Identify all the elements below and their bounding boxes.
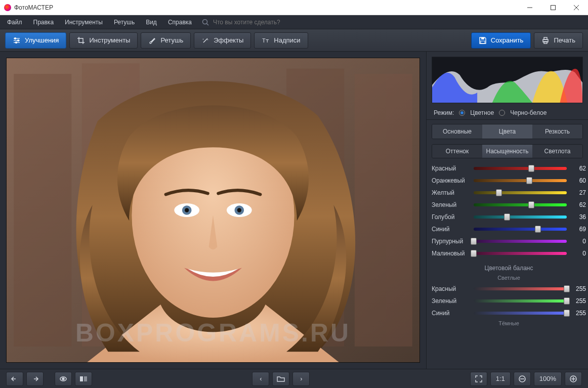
slider-row: Красный 255: [432, 283, 586, 295]
tab-effects[interactable]: Эффекты: [194, 32, 251, 49]
svg-line-5: [206, 23, 208, 25]
svg-point-26: [185, 208, 189, 212]
slider-thumb[interactable]: [564, 297, 570, 305]
tab-colors[interactable]: Цвета: [482, 124, 532, 139]
adjust-tabs: Основные Цвета Резкость: [432, 124, 583, 139]
zoom-out-button[interactable]: [514, 372, 531, 386]
slider-track[interactable]: [474, 287, 567, 290]
subtab-saturation[interactable]: Насыщенность: [482, 145, 532, 158]
slider-row: Желтый 27: [432, 187, 586, 199]
slider-thumb[interactable]: [496, 189, 502, 196]
slider-thumb[interactable]: [528, 165, 534, 172]
slider-thumb[interactable]: [528, 201, 534, 208]
open-folder-button[interactable]: [272, 372, 289, 386]
slider-row: Красный 62: [432, 162, 586, 175]
slider-thumb[interactable]: [471, 238, 477, 245]
fit-screen-button[interactable]: [470, 372, 487, 386]
histogram[interactable]: [432, 57, 583, 103]
slider-track[interactable]: [474, 203, 567, 206]
save-icon: [479, 36, 487, 45]
text-icon: Tᴛ: [262, 36, 270, 45]
slider-value: 27: [571, 189, 586, 196]
svg-rect-32: [80, 376, 83, 381]
image-canvas[interactable]: BOXPROGRAMS.RU: [6, 58, 420, 363]
slider-track[interactable]: [474, 215, 567, 219]
menu-retouch[interactable]: Ретушь: [109, 17, 140, 28]
balance-light-label: Светлые: [432, 274, 586, 283]
radio-bw[interactable]: [499, 110, 505, 116]
svg-text:Tᴛ: Tᴛ: [262, 37, 269, 44]
window-titlebar: ФотоМАСТЕР: [0, 0, 588, 15]
sliders-icon: [13, 36, 21, 45]
compare-button[interactable]: [75, 372, 92, 386]
slider-track[interactable]: [474, 240, 567, 243]
undo-button[interactable]: [6, 372, 23, 386]
slider-track[interactable]: [474, 228, 567, 231]
svg-rect-1: [551, 5, 556, 10]
zoom-level[interactable]: 100%: [534, 372, 562, 386]
tab-sharpen[interactable]: Резкость: [532, 124, 582, 139]
svg-rect-17: [544, 41, 547, 44]
slider-thumb[interactable]: [564, 285, 570, 292]
tab-basic[interactable]: Основные: [432, 124, 482, 139]
slider-track[interactable]: [474, 312, 567, 315]
redo-button[interactable]: [26, 372, 44, 386]
menu-help[interactable]: Справка: [163, 17, 197, 28]
tab-retouch[interactable]: Ретушь: [141, 32, 191, 49]
slider-label: Зеленый: [432, 297, 470, 305]
slider-label: Синий: [432, 226, 470, 233]
svg-point-31: [62, 378, 64, 380]
mode-bw-label: Черно-белое: [510, 109, 547, 116]
slider-row: Оранжевый 60: [432, 175, 586, 187]
menu-edit[interactable]: Правка: [28, 17, 59, 28]
tab-text[interactable]: Tᴛ Надписи: [254, 32, 308, 49]
slider-thumb[interactable]: [471, 250, 477, 257]
slider-thumb[interactable]: [535, 226, 541, 233]
search-input[interactable]: [213, 19, 314, 26]
slider-thumb[interactable]: [504, 213, 510, 221]
menu-tools[interactable]: Инструменты: [60, 17, 108, 28]
slider-track[interactable]: [474, 252, 567, 255]
color-mode-row: Режим: Цветное Черно-белое: [427, 106, 588, 120]
print-button[interactable]: Печать: [534, 32, 583, 49]
slider-thumb[interactable]: [564, 310, 570, 317]
radio-color[interactable]: [459, 110, 465, 116]
svg-rect-33: [84, 376, 87, 381]
tab-effects-label: Эффекты: [214, 36, 243, 44]
slider-track[interactable]: [474, 167, 567, 170]
tab-enhance[interactable]: Улучшения: [5, 32, 66, 49]
menu-view[interactable]: Вид: [141, 17, 162, 28]
maximize-button[interactable]: [541, 0, 565, 15]
actual-size-button[interactable]: 1:1: [490, 372, 511, 386]
slider-value: 0: [571, 238, 586, 245]
slider-label: Оранжевый: [432, 177, 470, 184]
slider-thumb[interactable]: [526, 177, 532, 184]
slider-track[interactable]: [474, 191, 567, 194]
next-image-button[interactable]: ›: [292, 372, 310, 386]
close-button[interactable]: [565, 0, 588, 15]
slider-track[interactable]: [474, 179, 567, 182]
slider-value: 69: [571, 226, 586, 233]
slider-value: 36: [571, 213, 586, 221]
svg-rect-14: [481, 41, 485, 44]
slider-row: Синий 255: [432, 307, 586, 319]
svg-point-11: [16, 41, 17, 43]
balance-dark-label: Тёмные: [432, 319, 586, 328]
save-button[interactable]: Сохранить: [471, 32, 531, 49]
minimize-button[interactable]: [518, 0, 541, 15]
zoom-in-button[interactable]: [565, 372, 582, 386]
search-icon: [202, 19, 209, 26]
subtab-lightness[interactable]: Светлота: [532, 145, 582, 158]
slider-track[interactable]: [474, 299, 567, 303]
mode-label: Режим:: [434, 109, 454, 116]
toggle-preview-button[interactable]: [55, 372, 72, 386]
svg-point-10: [18, 39, 19, 41]
prev-image-button[interactable]: ‹: [252, 372, 269, 386]
subtab-hue[interactable]: Оттенок: [432, 145, 482, 158]
svg-point-29: [237, 208, 241, 212]
menu-file[interactable]: Файл: [2, 17, 27, 28]
tab-tools[interactable]: Инструменты: [69, 32, 138, 49]
slider-value: 255: [571, 310, 586, 317]
slider-value: 62: [571, 201, 586, 208]
main-toolbar: Улучшения Инструменты Ретушь Эффекты Tᴛ …: [0, 29, 588, 52]
